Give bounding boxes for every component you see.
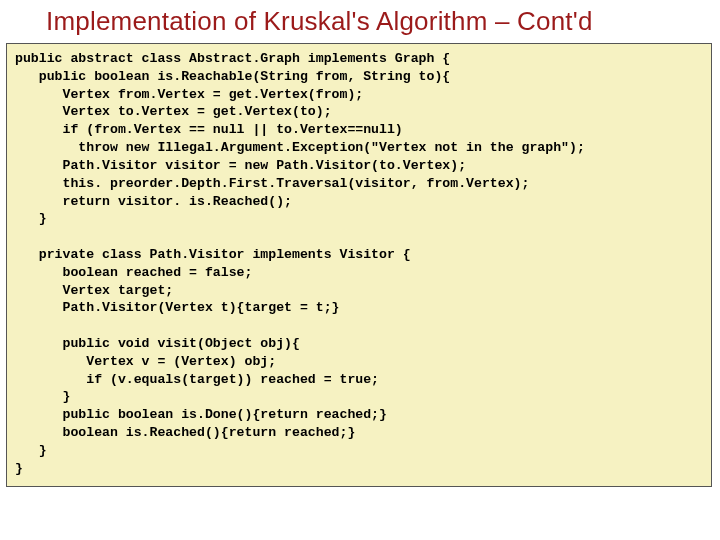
code-block: public abstract class Abstract.Graph imp… — [6, 43, 712, 487]
code-text: public abstract class Abstract.Graph imp… — [15, 50, 703, 478]
slide: Implementation of Kruskal's Algorithm – … — [0, 0, 720, 540]
slide-title: Implementation of Kruskal's Algorithm – … — [0, 0, 720, 43]
